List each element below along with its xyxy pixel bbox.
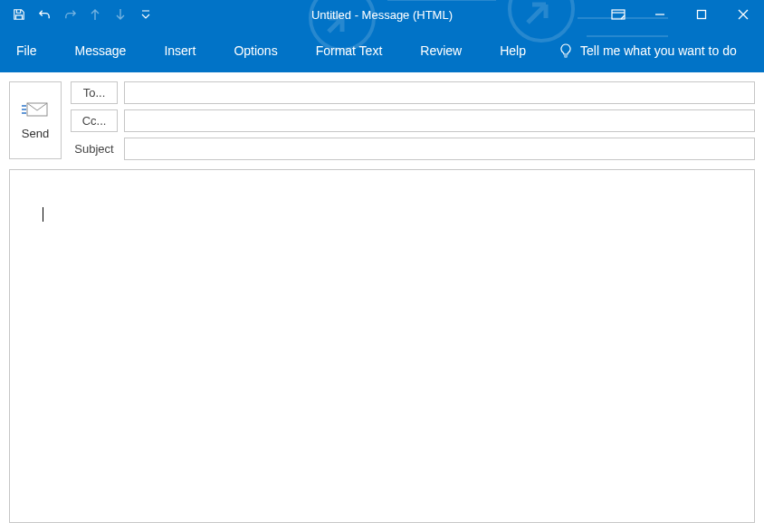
tell-me-search[interactable]: Tell me what you want to do (559, 43, 737, 58)
tab-options[interactable]: Options (228, 40, 282, 62)
tab-format-text[interactable]: Format Text (310, 40, 388, 62)
header-fields: To... Cc... Subject (71, 81, 755, 160)
undo-icon (38, 8, 52, 22)
cc-input[interactable] (124, 109, 755, 132)
lightbulb-icon (559, 43, 573, 58)
tab-insert[interactable]: Insert (158, 40, 201, 62)
minimize-button[interactable] (639, 0, 681, 29)
redo-button (58, 3, 81, 26)
titlebar: Untitled - Message (HTML) (0, 0, 764, 29)
cc-button[interactable]: Cc... (71, 109, 118, 132)
down-button (109, 3, 132, 26)
send-icon (22, 101, 49, 118)
cc-row: Cc... (71, 109, 755, 132)
tab-review[interactable]: Review (415, 40, 467, 62)
system-buttons (597, 0, 764, 29)
save-button[interactable] (7, 3, 31, 26)
ribbon-tabs: File Message Insert Options Format Text … (0, 29, 764, 72)
arrow-down-icon (115, 8, 126, 21)
ribbon-display-options-button[interactable] (597, 0, 639, 29)
arrow-up-icon (90, 8, 100, 21)
tab-file[interactable]: File (11, 40, 43, 62)
save-icon (13, 8, 25, 21)
quick-access-toolbar (7, 3, 158, 26)
send-button[interactable]: Send (9, 81, 62, 159)
tab-message[interactable]: Message (70, 40, 132, 62)
subject-row: Subject (71, 138, 755, 160)
compose-header: Send To... Cc... Subject (9, 81, 755, 160)
to-row: To... (71, 81, 755, 104)
chevron-down-icon (141, 9, 150, 20)
redo-icon (63, 8, 77, 22)
to-input[interactable] (124, 81, 755, 104)
to-button[interactable]: To... (71, 81, 118, 104)
subject-label: Subject (71, 142, 118, 156)
up-button (83, 3, 107, 26)
maximize-icon (696, 9, 707, 20)
tab-help[interactable]: Help (494, 40, 531, 62)
undo-button[interactable] (33, 3, 56, 26)
compose-area: Send To... Cc... Subject (0, 72, 764, 532)
maximize-button[interactable] (681, 0, 722, 29)
subject-input[interactable] (124, 138, 755, 160)
message-body-input[interactable] (9, 169, 755, 523)
ribbon-display-icon (611, 9, 626, 20)
close-button[interactable] (722, 0, 764, 29)
tell-me-label: Tell me what you want to do (580, 43, 737, 58)
text-cursor (37, 206, 43, 221)
minimize-icon (654, 9, 665, 20)
close-icon (738, 9, 749, 20)
send-label: Send (22, 127, 49, 140)
svg-rect-3 (698, 11, 706, 19)
qat-customize-button[interactable] (134, 3, 158, 26)
